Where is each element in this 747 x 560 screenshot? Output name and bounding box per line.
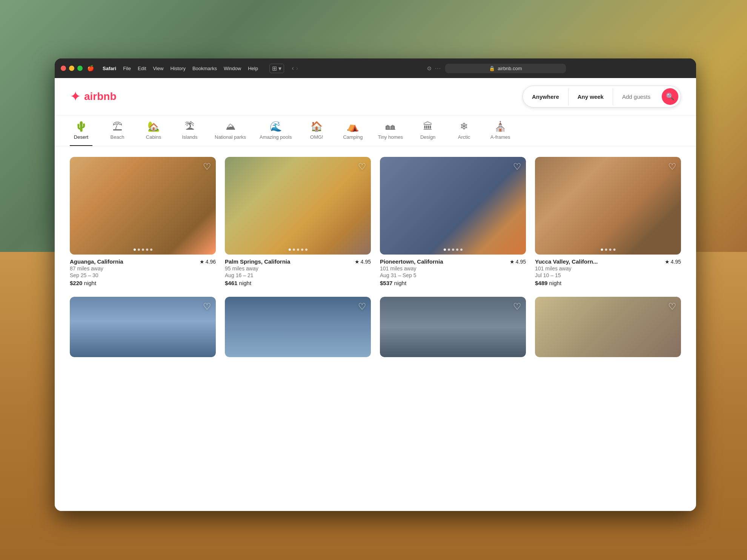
listing-photo-bottom-1 <box>70 297 216 357</box>
arctic-icon: ❄ <box>460 121 468 131</box>
listing-card-bottom-1[interactable]: ♡ <box>70 297 216 357</box>
wishlist-button-bottom-3[interactable]: ♡ <box>513 301 521 312</box>
dot <box>456 249 458 251</box>
listing-dates-palm-springs: Aug 16 – 21 <box>225 272 371 278</box>
listing-card-aguanga[interactable]: ♡ Aguanga, California <box>70 157 216 288</box>
dot <box>142 249 144 251</box>
menu-bookmarks[interactable]: Bookmarks <box>192 66 217 71</box>
category-islands[interactable]: 🏝 Islands <box>178 121 201 146</box>
listing-dates-yucca: Jul 10 – 15 <box>535 272 681 278</box>
sidebar-toggle-button[interactable]: ⊞ ▾ <box>269 64 284 73</box>
omg-icon: 🏠 <box>310 121 323 131</box>
listing-rating-pioneertown: ★ 4.95 <box>510 259 526 265</box>
image-dots-yucca <box>601 249 615 251</box>
image-dots-pioneertown <box>444 249 463 251</box>
category-omg[interactable]: 🏠 OMG! <box>305 121 328 146</box>
category-a-frames[interactable]: ⛪ A-frames <box>489 121 512 146</box>
listing-card-pioneertown[interactable]: ♡ Pioneertown, California <box>380 157 526 288</box>
listing-photo-bottom-3 <box>380 297 526 357</box>
dot <box>444 249 446 251</box>
category-camping[interactable]: ⛺ Camping <box>341 121 364 146</box>
listing-distance-pioneertown: 101 miles away <box>380 265 526 272</box>
listing-image-yucca-valley: ♡ <box>535 157 681 255</box>
listing-rating-palm-springs: ★ 4.95 <box>355 259 371 265</box>
cabins-icon: 🏡 <box>148 121 160 131</box>
category-tiny-homes-label: Tiny homes <box>378 134 403 140</box>
listings-area: ♡ Aguanga, California <box>55 146 696 511</box>
category-beach-label: Beach <box>111 134 124 140</box>
category-cabins[interactable]: 🏡 Cabins <box>142 121 165 146</box>
listing-price-yucca: $489 night <box>535 280 681 286</box>
wishlist-button-bottom-1[interactable]: ♡ <box>203 301 211 312</box>
minimize-button[interactable] <box>69 66 74 71</box>
search-any-week[interactable]: Any week <box>569 88 613 105</box>
dot <box>289 249 291 251</box>
category-amazing-pools[interactable]: 🌊 Amazing pools <box>260 121 292 146</box>
browser-content: ✦ airbnb Anywhere Any week Add guests 🔍 … <box>55 78 696 511</box>
category-beach[interactable]: ⛱ Beach <box>106 121 129 146</box>
listing-info-pioneertown: Pioneertown, California ★ 4.95 101 miles… <box>380 255 526 288</box>
image-dots-palm-springs <box>289 249 307 251</box>
dot <box>460 249 463 251</box>
category-arctic[interactable]: ❄ Arctic <box>453 121 475 146</box>
search-button[interactable]: 🔍 <box>662 88 678 105</box>
menu-edit[interactable]: Edit <box>138 66 146 71</box>
camping-icon: ⛺ <box>347 121 359 131</box>
search-bar: Anywhere Any week Add guests 🔍 <box>523 86 681 107</box>
macbook-frame: 🍎 Safari File Edit View History Bookmark… <box>55 58 696 511</box>
listing-info-aguanga: Aguanga, California ★ 4.96 87 miles away… <box>70 255 216 288</box>
menu-window[interactable]: Window <box>224 66 241 71</box>
menu-view[interactable]: View <box>153 66 164 71</box>
listing-dates-pioneertown: Aug 31 – Sep 5 <box>380 272 526 278</box>
wishlist-button-aguanga[interactable]: ♡ <box>203 161 211 172</box>
category-amazing-pools-label: Amazing pools <box>260 134 292 140</box>
dot <box>452 249 454 251</box>
listing-card-palm-springs[interactable]: ♡ Palm Springs, California <box>225 157 371 288</box>
listing-rating-yucca: ★ 4.95 <box>665 259 681 265</box>
wishlist-button-pioneertown[interactable]: ♡ <box>513 161 521 172</box>
category-nav: 🌵 Desert ⛱ Beach 🏡 Cabins 🏝 Islands ⛰ Na… <box>55 115 696 146</box>
airbnb-logo[interactable]: ✦ airbnb <box>70 89 117 104</box>
listing-card-bottom-3[interactable]: ♡ <box>380 297 526 357</box>
listing-price-aguanga: $220 night <box>70 280 216 286</box>
category-tiny-homes[interactable]: 🏘 Tiny homes <box>378 121 403 146</box>
menu-help[interactable]: Help <box>248 66 258 71</box>
listing-location-palm-springs: Palm Springs, California <box>225 258 290 265</box>
wishlist-button-palm-springs[interactable]: ♡ <box>358 161 366 172</box>
category-desert-label: Desert <box>74 134 88 140</box>
forward-button[interactable]: › <box>296 65 298 72</box>
wishlist-button-bottom-2[interactable]: ♡ <box>358 301 366 312</box>
dot <box>613 249 615 251</box>
listing-distance-yucca: 101 miles away <box>535 265 681 272</box>
listing-title-row-aguanga: Aguanga, California ★ 4.96 <box>70 258 216 265</box>
close-button[interactable] <box>61 66 66 71</box>
menu-safari[interactable]: Safari <box>103 66 116 71</box>
dot <box>150 249 152 251</box>
listing-card-bottom-2[interactable]: ♡ <box>225 297 371 357</box>
listing-card-yucca-valley[interactable]: ♡ Yucca Valley, Californ... ★ <box>535 157 681 288</box>
dot <box>138 249 140 251</box>
nav-arrows: ‹ › <box>292 65 298 72</box>
listing-card-bottom-4[interactable]: ♡ <box>535 297 681 357</box>
airbnb-header: ✦ airbnb Anywhere Any week Add guests 🔍 <box>55 78 696 115</box>
address-bar[interactable]: 🔒 airbnb.com <box>445 64 566 73</box>
category-national-parks[interactable]: ⛰ National parks <box>215 121 246 146</box>
menu-history[interactable]: History <box>170 66 185 71</box>
category-arctic-label: Arctic <box>458 134 470 140</box>
dot <box>609 249 611 251</box>
wishlist-button-bottom-4[interactable]: ♡ <box>668 301 676 312</box>
listings-grid: ♡ Aguanga, California <box>70 157 681 357</box>
category-design[interactable]: 🏛 Design <box>417 121 439 146</box>
category-desert[interactable]: 🌵 Desert <box>70 121 92 146</box>
back-button[interactable]: ‹ <box>292 65 294 72</box>
listing-image-bottom-2: ♡ <box>225 297 371 357</box>
category-design-label: Design <box>420 134 435 140</box>
listing-location-pioneertown: Pioneertown, California <box>380 258 443 265</box>
search-anywhere[interactable]: Anywhere <box>523 88 569 105</box>
wishlist-button-yucca-valley[interactable]: ♡ <box>668 161 676 172</box>
search-add-guests[interactable]: Add guests <box>613 88 659 105</box>
listing-image-palm-springs: ♡ <box>225 157 371 255</box>
menu-file[interactable]: File <box>123 66 131 71</box>
listing-photo-yucca-valley <box>535 157 681 255</box>
fullscreen-button[interactable] <box>77 66 83 71</box>
